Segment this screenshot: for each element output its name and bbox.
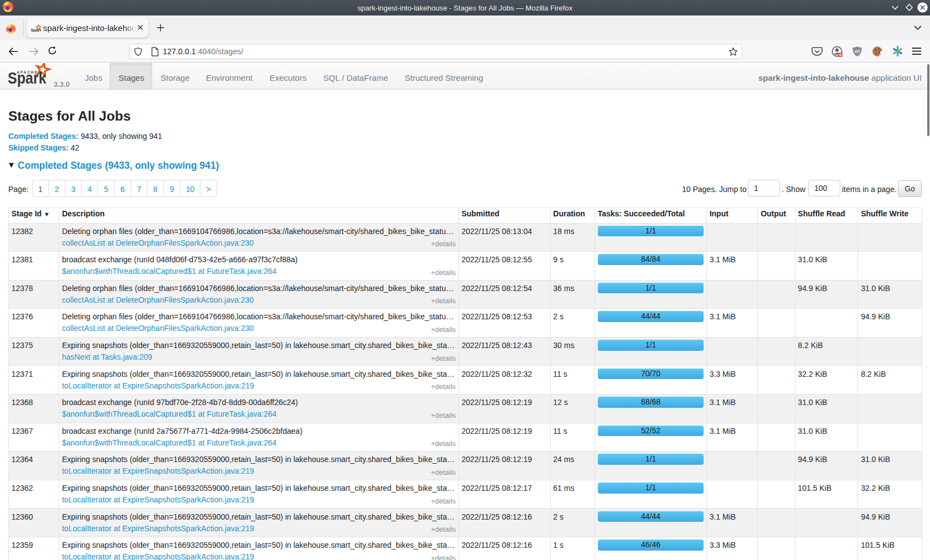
svg-text:Spark: Spark: [8, 69, 46, 87]
svg-text:uO: uO: [855, 49, 860, 53]
